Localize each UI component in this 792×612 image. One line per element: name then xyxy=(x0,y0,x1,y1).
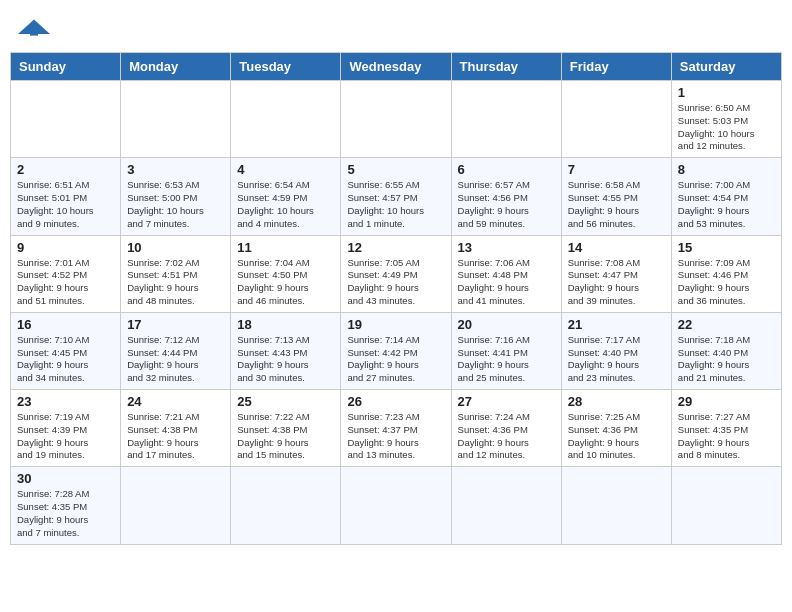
calendar-week-row: 30Sunrise: 7:28 AM Sunset: 4:35 PM Dayli… xyxy=(11,467,782,544)
day-number: 16 xyxy=(17,317,114,332)
day-info: Sunrise: 7:09 AM Sunset: 4:46 PM Dayligh… xyxy=(678,257,775,308)
day-info: Sunrise: 6:55 AM Sunset: 4:57 PM Dayligh… xyxy=(347,179,444,230)
logo-icon xyxy=(14,18,54,38)
day-number: 19 xyxy=(347,317,444,332)
day-info: Sunrise: 7:04 AM Sunset: 4:50 PM Dayligh… xyxy=(237,257,334,308)
day-number: 6 xyxy=(458,162,555,177)
calendar-cell: 1Sunrise: 6:50 AM Sunset: 5:03 PM Daylig… xyxy=(671,81,781,158)
day-number: 3 xyxy=(127,162,224,177)
calendar-cell: 30Sunrise: 7:28 AM Sunset: 4:35 PM Dayli… xyxy=(11,467,121,544)
calendar-cell: 29Sunrise: 7:27 AM Sunset: 4:35 PM Dayli… xyxy=(671,390,781,467)
day-info: Sunrise: 7:14 AM Sunset: 4:42 PM Dayligh… xyxy=(347,334,444,385)
calendar-cell: 24Sunrise: 7:21 AM Sunset: 4:38 PM Dayli… xyxy=(121,390,231,467)
day-number: 8 xyxy=(678,162,775,177)
day-info: Sunrise: 7:22 AM Sunset: 4:38 PM Dayligh… xyxy=(237,411,334,462)
header xyxy=(10,10,782,44)
calendar-cell xyxy=(231,81,341,158)
calendar-cell xyxy=(11,81,121,158)
day-number: 17 xyxy=(127,317,224,332)
day-info: Sunrise: 7:25 AM Sunset: 4:36 PM Dayligh… xyxy=(568,411,665,462)
day-number: 9 xyxy=(17,240,114,255)
weekday-header: Tuesday xyxy=(231,53,341,81)
calendar-cell: 26Sunrise: 7:23 AM Sunset: 4:37 PM Dayli… xyxy=(341,390,451,467)
calendar-cell xyxy=(451,467,561,544)
day-number: 7 xyxy=(568,162,665,177)
calendar-cell xyxy=(231,467,341,544)
calendar-cell: 25Sunrise: 7:22 AM Sunset: 4:38 PM Dayli… xyxy=(231,390,341,467)
calendar-cell: 6Sunrise: 6:57 AM Sunset: 4:56 PM Daylig… xyxy=(451,158,561,235)
calendar-cell: 17Sunrise: 7:12 AM Sunset: 4:44 PM Dayli… xyxy=(121,312,231,389)
day-info: Sunrise: 6:54 AM Sunset: 4:59 PM Dayligh… xyxy=(237,179,334,230)
calendar-cell xyxy=(451,81,561,158)
calendar-cell: 22Sunrise: 7:18 AM Sunset: 4:40 PM Dayli… xyxy=(671,312,781,389)
calendar-cell: 20Sunrise: 7:16 AM Sunset: 4:41 PM Dayli… xyxy=(451,312,561,389)
day-info: Sunrise: 7:28 AM Sunset: 4:35 PM Dayligh… xyxy=(17,488,114,539)
day-number: 13 xyxy=(458,240,555,255)
day-info: Sunrise: 7:06 AM Sunset: 4:48 PM Dayligh… xyxy=(458,257,555,308)
calendar-week-row: 16Sunrise: 7:10 AM Sunset: 4:45 PM Dayli… xyxy=(11,312,782,389)
calendar-cell: 8Sunrise: 7:00 AM Sunset: 4:54 PM Daylig… xyxy=(671,158,781,235)
weekday-header: Wednesday xyxy=(341,53,451,81)
weekday-header: Monday xyxy=(121,53,231,81)
day-number: 4 xyxy=(237,162,334,177)
calendar-cell: 12Sunrise: 7:05 AM Sunset: 4:49 PM Dayli… xyxy=(341,235,451,312)
day-number: 14 xyxy=(568,240,665,255)
day-number: 15 xyxy=(678,240,775,255)
calendar-cell xyxy=(561,81,671,158)
calendar-week-row: 23Sunrise: 7:19 AM Sunset: 4:39 PM Dayli… xyxy=(11,390,782,467)
calendar-cell: 23Sunrise: 7:19 AM Sunset: 4:39 PM Dayli… xyxy=(11,390,121,467)
calendar-cell xyxy=(671,467,781,544)
calendar-cell: 21Sunrise: 7:17 AM Sunset: 4:40 PM Dayli… xyxy=(561,312,671,389)
calendar-cell: 7Sunrise: 6:58 AM Sunset: 4:55 PM Daylig… xyxy=(561,158,671,235)
day-info: Sunrise: 7:02 AM Sunset: 4:51 PM Dayligh… xyxy=(127,257,224,308)
day-number: 2 xyxy=(17,162,114,177)
day-number: 27 xyxy=(458,394,555,409)
day-info: Sunrise: 7:24 AM Sunset: 4:36 PM Dayligh… xyxy=(458,411,555,462)
calendar-cell: 13Sunrise: 7:06 AM Sunset: 4:48 PM Dayli… xyxy=(451,235,561,312)
calendar-table: SundayMondayTuesdayWednesdayThursdayFrid… xyxy=(10,52,782,545)
calendar-cell xyxy=(561,467,671,544)
day-number: 24 xyxy=(127,394,224,409)
day-number: 29 xyxy=(678,394,775,409)
day-number: 26 xyxy=(347,394,444,409)
day-number: 18 xyxy=(237,317,334,332)
weekday-header: Sunday xyxy=(11,53,121,81)
calendar-cell: 11Sunrise: 7:04 AM Sunset: 4:50 PM Dayli… xyxy=(231,235,341,312)
svg-rect-1 xyxy=(30,28,38,36)
day-number: 21 xyxy=(568,317,665,332)
calendar-cell: 15Sunrise: 7:09 AM Sunset: 4:46 PM Dayli… xyxy=(671,235,781,312)
calendar-cell: 3Sunrise: 6:53 AM Sunset: 5:00 PM Daylig… xyxy=(121,158,231,235)
page: SundayMondayTuesdayWednesdayThursdayFrid… xyxy=(10,10,782,545)
day-info: Sunrise: 7:13 AM Sunset: 4:43 PM Dayligh… xyxy=(237,334,334,385)
day-info: Sunrise: 6:50 AM Sunset: 5:03 PM Dayligh… xyxy=(678,102,775,153)
calendar-cell: 10Sunrise: 7:02 AM Sunset: 4:51 PM Dayli… xyxy=(121,235,231,312)
day-info: Sunrise: 7:16 AM Sunset: 4:41 PM Dayligh… xyxy=(458,334,555,385)
day-number: 30 xyxy=(17,471,114,486)
day-number: 11 xyxy=(237,240,334,255)
day-info: Sunrise: 7:19 AM Sunset: 4:39 PM Dayligh… xyxy=(17,411,114,462)
calendar-week-row: 1Sunrise: 6:50 AM Sunset: 5:03 PM Daylig… xyxy=(11,81,782,158)
calendar-cell: 18Sunrise: 7:13 AM Sunset: 4:43 PM Dayli… xyxy=(231,312,341,389)
day-info: Sunrise: 7:12 AM Sunset: 4:44 PM Dayligh… xyxy=(127,334,224,385)
day-number: 10 xyxy=(127,240,224,255)
day-info: Sunrise: 7:00 AM Sunset: 4:54 PM Dayligh… xyxy=(678,179,775,230)
calendar-cell: 16Sunrise: 7:10 AM Sunset: 4:45 PM Dayli… xyxy=(11,312,121,389)
day-info: Sunrise: 6:53 AM Sunset: 5:00 PM Dayligh… xyxy=(127,179,224,230)
day-info: Sunrise: 6:58 AM Sunset: 4:55 PM Dayligh… xyxy=(568,179,665,230)
day-info: Sunrise: 7:10 AM Sunset: 4:45 PM Dayligh… xyxy=(17,334,114,385)
day-number: 28 xyxy=(568,394,665,409)
calendar-cell xyxy=(341,81,451,158)
weekday-header: Friday xyxy=(561,53,671,81)
day-number: 25 xyxy=(237,394,334,409)
day-info: Sunrise: 7:01 AM Sunset: 4:52 PM Dayligh… xyxy=(17,257,114,308)
calendar-cell: 28Sunrise: 7:25 AM Sunset: 4:36 PM Dayli… xyxy=(561,390,671,467)
calendar-cell xyxy=(121,81,231,158)
day-info: Sunrise: 7:17 AM Sunset: 4:40 PM Dayligh… xyxy=(568,334,665,385)
day-info: Sunrise: 7:18 AM Sunset: 4:40 PM Dayligh… xyxy=(678,334,775,385)
day-number: 22 xyxy=(678,317,775,332)
calendar-cell: 14Sunrise: 7:08 AM Sunset: 4:47 PM Dayli… xyxy=(561,235,671,312)
day-number: 1 xyxy=(678,85,775,100)
calendar-cell: 9Sunrise: 7:01 AM Sunset: 4:52 PM Daylig… xyxy=(11,235,121,312)
day-number: 12 xyxy=(347,240,444,255)
logo xyxy=(14,16,54,38)
